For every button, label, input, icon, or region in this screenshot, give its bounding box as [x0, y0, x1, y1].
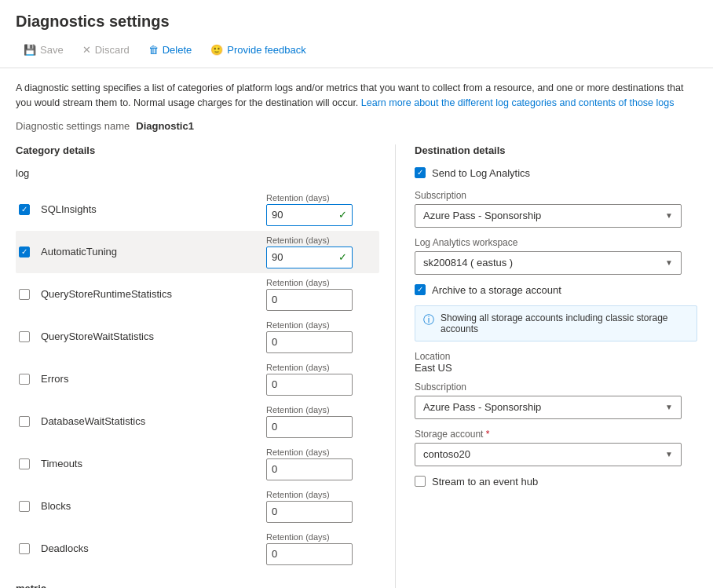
storage-subscription-dropdown[interactable]: Azure Pass - Sponsorship ▼	[415, 396, 682, 419]
storage-subscription-label: Subscription	[415, 382, 697, 393]
retention-input[interactable]: 0	[266, 458, 353, 480]
setting-name-value: Diagnostic1	[136, 120, 194, 132]
log-section-header: log	[16, 167, 379, 182]
check-icon: ✓	[338, 251, 347, 263]
discard-icon: ✕	[82, 44, 91, 56]
feedback-button[interactable]: 🙂 Provide feedback	[203, 40, 313, 60]
description-text: A diagnostic setting specifies a list of…	[16, 81, 691, 111]
storage-account-label: Storage account *	[415, 429, 697, 440]
log-item: AutomaticTuning Retention (days) 90 ✓	[16, 231, 379, 273]
page-title: Diagnostics settings	[16, 13, 697, 31]
feedback-icon: 🙂	[210, 44, 223, 56]
log-item-checkbox[interactable]	[19, 247, 30, 257]
toolbar: 💾 Save ✕ Discard 🗑 Delete 🙂 Provide feed…	[16, 40, 697, 60]
log-item-name: Errors	[41, 373, 266, 385]
info-icon: ⓘ	[423, 313, 434, 327]
send-to-log-label: Send to Log Analytics	[432, 167, 530, 179]
location-value: East US	[415, 362, 697, 374]
log-item: Deadlocks Retention (days) 0	[16, 528, 379, 570]
stream-checkbox[interactable]	[415, 476, 426, 487]
retention-input[interactable]: 0	[266, 416, 353, 438]
log-item-name: Deadlocks	[41, 542, 266, 554]
log-item-name: Timeouts	[41, 458, 266, 469]
learn-more-link[interactable]: Learn more about the different log categ…	[361, 97, 675, 108]
log-item-checkbox[interactable]	[19, 289, 30, 300]
log-item-checkbox[interactable]	[19, 501, 30, 512]
storage-account-dropdown[interactable]: contoso20 ▼	[415, 443, 682, 466]
category-details-header: Category details	[16, 144, 379, 159]
subscription-label: Subscription	[415, 190, 697, 201]
log-item-name: QueryStoreRuntimeStatistics	[41, 288, 266, 300]
delete-button[interactable]: 🗑 Delete	[141, 40, 200, 60]
retention-input[interactable]: 0	[266, 501, 353, 523]
archive-checkbox[interactable]	[415, 284, 426, 295]
retention-input[interactable]: 0	[266, 374, 353, 396]
chevron-down-icon-2: ▼	[665, 258, 673, 267]
log-item: DatabaseWaitStatistics Retention (days) …	[16, 400, 379, 443]
archive-row: Archive to a storage account	[415, 284, 697, 296]
subscription-field: Subscription Azure Pass - Sponsorship ▼	[415, 190, 697, 228]
save-button[interactable]: 💾 Save	[16, 40, 71, 60]
storage-subscription-field: Subscription Azure Pass - Sponsorship ▼	[415, 382, 697, 419]
save-icon: 💾	[24, 44, 36, 56]
retention-input[interactable]: 0	[266, 543, 353, 565]
chevron-down-icon-4: ▼	[665, 450, 673, 458]
send-to-log-row: Send to Log Analytics	[415, 167, 697, 179]
log-item-checkbox[interactable]	[19, 204, 30, 215]
info-box: ⓘ Showing all storage accounts including…	[415, 305, 697, 341]
send-to-log-checkbox[interactable]	[415, 167, 426, 178]
stream-row: Stream to an event hub	[415, 476, 697, 488]
chevron-down-icon-3: ▼	[665, 403, 673, 411]
discard-button[interactable]: ✕ Discard	[75, 40, 137, 60]
log-item-checkbox[interactable]	[19, 543, 30, 554]
metric-section-header: metric	[16, 583, 379, 589]
log-item-checkbox[interactable]	[19, 331, 30, 342]
log-item: QueryStoreRuntimeStatistics Retention (d…	[16, 273, 379, 316]
workspace-label: Log Analytics workspace	[415, 237, 697, 248]
log-item: Errors Retention (days) 0	[16, 358, 379, 400]
log-item: Blocks Retention (days) 0	[16, 485, 379, 528]
log-item-name: DatabaseWaitStatistics	[41, 415, 266, 427]
log-item-checkbox[interactable]	[19, 374, 30, 385]
log-item-name: QueryStoreWaitStatistics	[41, 331, 266, 342]
log-item: QueryStoreWaitStatistics Retention (days…	[16, 316, 379, 358]
storage-account-field: Storage account * contoso20 ▼	[415, 429, 697, 466]
retention-input[interactable]: 90 ✓	[266, 204, 353, 226]
setting-name-label: Diagnostic settings name	[16, 120, 130, 132]
location-row: Location East US	[415, 351, 697, 374]
destination-details-header: Destination details	[415, 144, 697, 156]
log-item: Timeouts Retention (days) 0	[16, 443, 379, 485]
retention-input[interactable]: 0	[266, 331, 353, 353]
left-column: Category details log SQLInsights Retenti…	[16, 144, 395, 589]
log-item: SQLInsights Retention (days) 90 ✓	[16, 188, 379, 231]
log-item-name: AutomaticTuning	[41, 246, 266, 257]
subscription-dropdown[interactable]: Azure Pass - Sponsorship ▼	[415, 204, 682, 228]
location-label: Location	[415, 351, 697, 362]
log-item-checkbox[interactable]	[19, 416, 30, 427]
log-item-name: Blocks	[41, 500, 266, 512]
log-item-checkbox[interactable]	[19, 458, 30, 469]
retention-input[interactable]: 0	[266, 289, 353, 311]
workspace-dropdown[interactable]: sk200814 ( eastus ) ▼	[415, 251, 682, 275]
info-text: Showing all storage accounts including c…	[441, 312, 689, 334]
stream-label: Stream to an event hub	[432, 476, 538, 488]
setting-name-row: Diagnostic settings name Diagnostic1	[16, 120, 697, 132]
workspace-field: Log Analytics workspace sk200814 ( eastu…	[415, 237, 697, 275]
delete-icon: 🗑	[148, 44, 159, 56]
retention-input[interactable]: 90 ✓	[266, 247, 353, 268]
archive-label: Archive to a storage account	[432, 284, 561, 296]
chevron-down-icon: ▼	[665, 211, 673, 220]
required-star: *	[486, 429, 490, 440]
log-item-name: SQLInsights	[41, 203, 266, 215]
right-column: Destination details Send to Log Analytic…	[395, 144, 697, 589]
check-icon: ✓	[338, 209, 347, 221]
